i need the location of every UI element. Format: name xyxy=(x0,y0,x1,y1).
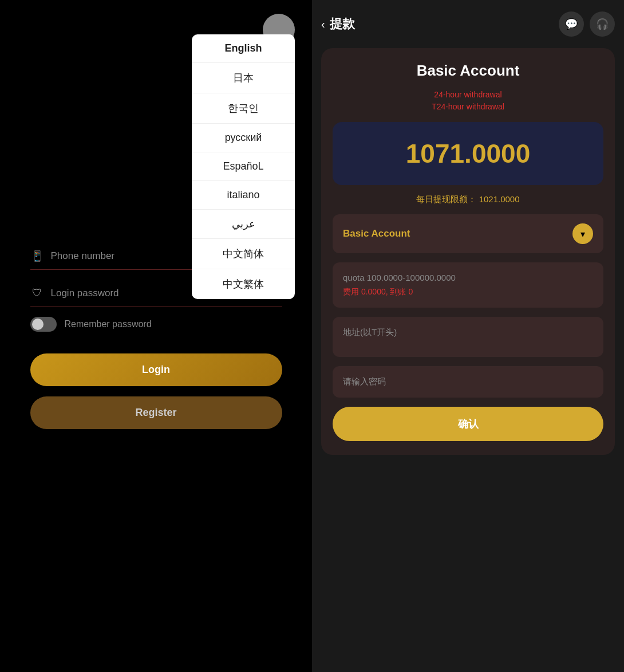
header-icons: 💬 🎧 xyxy=(559,11,615,37)
daily-limit-label: 每日提现限额： xyxy=(416,194,476,204)
card-subtitle: 24-hour withdrawal T24-hour withdrawal xyxy=(432,89,504,113)
account-select-button[interactable]: Basic Account ▾ xyxy=(333,214,603,253)
quota-input-box[interactable]: quota 100.0000-100000.0000 费用 0.0000, 到账… xyxy=(333,262,603,308)
support-button[interactable]: 🎧 xyxy=(590,11,615,37)
support-icon: 🎧 xyxy=(596,18,609,30)
language-dropdown: English 日本 한국인 русский EspañoL italiano … xyxy=(192,34,295,299)
back-chevron-icon: ‹ xyxy=(321,18,325,31)
chevron-down-icon: ▾ xyxy=(572,223,593,244)
daily-limit: 每日提现限额： 1021.0000 xyxy=(416,194,519,205)
lang-item-english[interactable]: English xyxy=(192,34,295,63)
lang-item-spanish[interactable]: EspañoL xyxy=(192,152,295,181)
subtitle-line1: 24-hour withdrawal xyxy=(432,89,504,101)
password-placeholder: 请输入密码 xyxy=(343,376,593,387)
subtitle-line2: T24-hour withdrawal xyxy=(432,101,504,113)
lang-item-arabic[interactable]: عربي xyxy=(192,210,295,239)
register-button[interactable]: Register xyxy=(30,396,282,429)
address-input-box[interactable]: 地址(以T开头) xyxy=(333,317,603,357)
amount-box: 1071.0000 xyxy=(333,122,603,185)
remember-toggle[interactable] xyxy=(30,317,57,332)
right-header: ‹ 提款 💬 🎧 xyxy=(321,11,615,37)
amount-value: 1071.0000 xyxy=(349,138,587,169)
lock-icon: 🛡 xyxy=(30,287,44,299)
password-input-box[interactable]: 请输入密码 xyxy=(333,366,603,398)
card-title: Basic Account xyxy=(417,62,520,80)
main-card: Basic Account 24-hour withdrawal T24-hou… xyxy=(321,48,615,455)
lang-item-russian[interactable]: русский xyxy=(192,124,295,152)
remember-label: Remember password xyxy=(65,319,152,329)
lang-item-korean[interactable]: 한국인 xyxy=(192,93,295,124)
right-panel: ‹ 提款 💬 🎧 Basic Account 24-hour withdrawa… xyxy=(312,0,624,672)
back-button[interactable]: ‹ 提款 xyxy=(321,15,355,33)
confirm-button[interactable]: 确认 xyxy=(333,407,603,441)
left-panel: English 日本 한국인 русский EspañoL italiano … xyxy=(0,0,312,672)
account-select-label: Basic Account xyxy=(343,228,410,239)
chat-button[interactable]: 💬 xyxy=(559,11,584,37)
login-button[interactable]: Login xyxy=(30,353,282,386)
page-title: 提款 xyxy=(330,15,355,33)
lang-item-chinese-simplified[interactable]: 中文简体 xyxy=(192,239,295,269)
lang-item-chinese-traditional[interactable]: 中文繁体 xyxy=(192,269,295,299)
phone-icon: 📱 xyxy=(30,250,44,262)
lang-item-italian[interactable]: italiano xyxy=(192,181,295,210)
daily-limit-value: 1021.0000 xyxy=(479,194,520,204)
lang-item-japanese[interactable]: 日本 xyxy=(192,63,295,93)
chat-icon: 💬 xyxy=(565,18,578,30)
address-placeholder: 地址(以T开头) xyxy=(343,327,593,338)
remember-row: Remember password xyxy=(30,317,282,332)
quota-placeholder: quota 100.0000-100000.0000 xyxy=(343,273,593,282)
fee-text: 费用 0.0000, 到账 0 xyxy=(343,287,593,297)
